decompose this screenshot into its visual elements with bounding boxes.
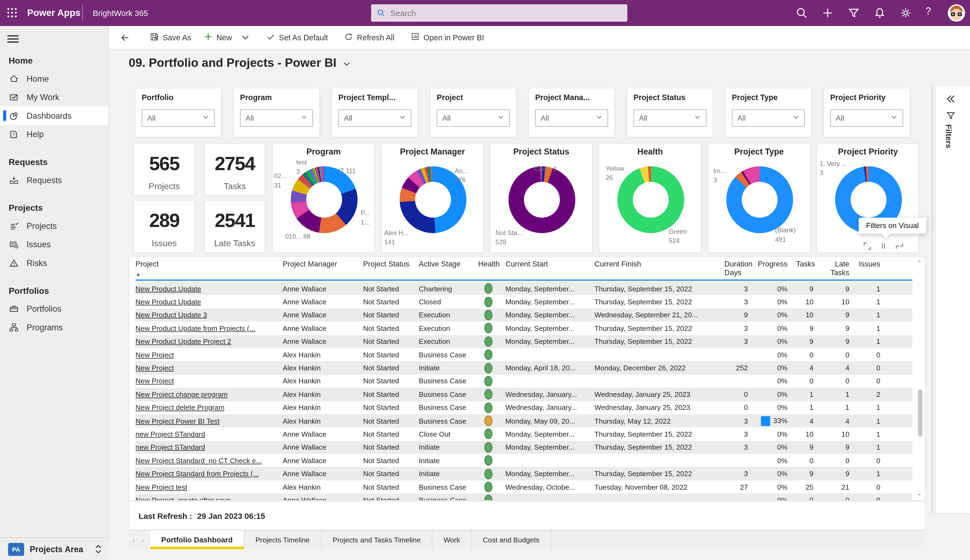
plus-icon[interactable] bbox=[821, 7, 834, 19]
table-scroll-up-icon[interactable]: ⌃ bbox=[917, 260, 922, 266]
cell-project[interactable]: New Project change program bbox=[135, 391, 283, 398]
column-header-late-tasks[interactable]: Late Tasks bbox=[822, 260, 858, 280]
new-dropdown-chevron-icon[interactable] bbox=[240, 33, 250, 42]
waffle-menu-icon[interactable] bbox=[7, 8, 17, 18]
notifications-bell-icon[interactable] bbox=[873, 7, 886, 19]
tab-portfolio-dashboard[interactable]: Portfolio Dashboard bbox=[150, 530, 244, 549]
cell-project[interactable]: New Product Update from Projects (... bbox=[135, 325, 283, 332]
table-row[interactable]: New Product Update Project 2Anne Wallace… bbox=[135, 335, 913, 348]
cell-project[interactable]: New Product Update bbox=[135, 298, 283, 305]
table-row[interactable]: New Project Standard from Projects (...A… bbox=[135, 467, 913, 480]
table-row[interactable]: New Project change programAlex HankinNot… bbox=[135, 388, 913, 401]
table-row[interactable]: New Product Update from Projects (...Ann… bbox=[135, 322, 913, 335]
cell-project[interactable]: New Project bbox=[135, 364, 283, 372]
sidebar-item-issues[interactable]: Issues bbox=[0, 235, 108, 254]
cell-project[interactable]: New Project Standard from Projects (... bbox=[135, 470, 283, 477]
sidebar-item-programs[interactable]: Programs bbox=[0, 318, 108, 337]
table-row[interactable]: New ProjectAlex HankinNot StartedInitiat… bbox=[135, 362, 913, 375]
tabs-prev-icon[interactable]: ‹ bbox=[132, 535, 135, 544]
title-chevron-down-icon[interactable] bbox=[343, 60, 351, 68]
cell-project[interactable]: New Project_create after save bbox=[135, 497, 283, 500]
sidebar-item-dashboards[interactable]: Dashboards bbox=[0, 106, 108, 125]
more-options-icon[interactable] bbox=[896, 242, 903, 250]
tabs-next-icon[interactable]: › bbox=[141, 535, 144, 544]
column-header-project[interactable]: Project bbox=[135, 260, 283, 280]
column-header-duration-days[interactable]: Duration Days bbox=[722, 260, 756, 280]
slicer-dropdown-program[interactable]: All bbox=[240, 110, 313, 127]
column-header-project-manager[interactable]: Project Manager bbox=[283, 260, 363, 280]
donut-health[interactable] bbox=[617, 167, 684, 233]
donut-project-status[interactable] bbox=[509, 167, 575, 233]
slicer-dropdown-project-mana[interactable]: All bbox=[535, 110, 608, 127]
table-row[interactable]: New Project Standard_no CT Check e...Ann… bbox=[135, 454, 913, 467]
user-avatar[interactable] bbox=[948, 4, 965, 22]
tab-work[interactable]: Work bbox=[432, 530, 472, 549]
slicer-dropdown-project[interactable]: All bbox=[437, 110, 510, 127]
column-header-current-finish[interactable]: Current Finish bbox=[594, 260, 722, 280]
table-row[interactable]: New Project Power BI TestAlex HankinNot … bbox=[135, 414, 913, 427]
cell-project[interactable]: new Project STandard bbox=[135, 444, 283, 451]
filter-icon[interactable] bbox=[847, 7, 860, 19]
table-row[interactable]: New Project delete ProgramAlex HankinNot… bbox=[135, 401, 913, 414]
column-header-active-stage[interactable]: Active Stage bbox=[419, 260, 478, 280]
filters-on-visual-icon[interactable] bbox=[880, 242, 887, 250]
cell-project[interactable]: New Product Update Project 2 bbox=[135, 338, 283, 345]
back-button[interactable] bbox=[116, 30, 132, 45]
cell-project[interactable]: New Project bbox=[135, 351, 283, 358]
column-header-project-status[interactable]: Project Status bbox=[363, 260, 419, 280]
table-row[interactable]: New Project_create after saveAnne Wallac… bbox=[135, 494, 913, 500]
focus-mode-icon[interactable] bbox=[864, 242, 871, 250]
tab-projects-and-tasks-timeline[interactable]: Projects and Tasks Timeline bbox=[322, 530, 432, 549]
refresh-all-button[interactable]: Refresh All bbox=[338, 28, 401, 47]
slicer-dropdown-project-status[interactable]: All bbox=[634, 110, 707, 127]
cell-project[interactable]: new Project STandard bbox=[135, 430, 283, 438]
cell-project[interactable]: New Project delete Program bbox=[135, 404, 283, 411]
column-header-progress[interactable]: Progress bbox=[756, 260, 796, 280]
table-row[interactable]: new Project STandardAnne WallaceNot Star… bbox=[135, 427, 913, 441]
table-row[interactable]: New Product UpdateAnne WallaceNot Starte… bbox=[135, 295, 913, 308]
hamburger-menu-icon[interactable] bbox=[6, 32, 20, 42]
table-row[interactable]: New ProjectAlex HankinNot StartedBusines… bbox=[135, 375, 913, 388]
sort-ascending-icon[interactable]: ▲ bbox=[136, 272, 140, 277]
sidebar-item-my-work[interactable]: My Work bbox=[0, 88, 108, 107]
cell-project[interactable]: New Product Update 3 bbox=[135, 312, 283, 319]
environment-area-switcher[interactable]: PA Projects Area bbox=[0, 537, 109, 560]
sidebar-item-help[interactable]: ?Help bbox=[0, 125, 108, 143]
slicer-dropdown-project-type[interactable]: All bbox=[732, 110, 805, 127]
open-in-power-bi-button[interactable]: Open in Power BI bbox=[404, 28, 491, 47]
table-row[interactable]: New Product Update 3Anne WallaceNot Star… bbox=[135, 308, 913, 322]
cell-project[interactable]: New Product Update bbox=[135, 285, 283, 292]
tab-cost-and-budgets[interactable]: Cost and Budgets bbox=[472, 530, 551, 549]
table-row[interactable]: New Project testAlex HankinNot StartedBu… bbox=[135, 480, 913, 494]
column-header-current-start[interactable]: Current Start bbox=[505, 260, 594, 280]
save-as-button[interactable]: Save As bbox=[144, 28, 197, 47]
set-as-default-button[interactable]: Set As Default bbox=[260, 28, 334, 47]
tab-projects-timeline[interactable]: Projects Timeline bbox=[244, 530, 322, 549]
help-question-icon[interactable]: ? bbox=[925, 6, 938, 18]
cell-project[interactable]: New Project Standard_no CT Check e... bbox=[135, 457, 283, 464]
table-row[interactable]: new Project STandardAnne WallaceNot Star… bbox=[135, 441, 913, 454]
donut-project-type[interactable] bbox=[726, 167, 793, 233]
table-scroll-down-icon[interactable]: ⌄ bbox=[917, 490, 922, 497]
cell-project[interactable]: New Project test bbox=[135, 483, 283, 490]
slicer-dropdown-project-priority[interactable]: All bbox=[830, 110, 903, 127]
column-header-tasks[interactable]: Tasks bbox=[796, 260, 822, 280]
slicer-dropdown-project-templ[interactable]: All bbox=[338, 110, 411, 127]
table-row[interactable]: New Product UpdateAnne WallaceNot Starte… bbox=[135, 282, 913, 295]
search-input[interactable] bbox=[389, 8, 622, 18]
cell-project[interactable]: New Project Power BI Test bbox=[135, 417, 283, 425]
table-row[interactable]: New ProjectAlex HankinNot StartedBusines… bbox=[135, 348, 913, 362]
column-header-health[interactable]: Health bbox=[478, 260, 506, 280]
cell-project[interactable]: New Project bbox=[135, 377, 283, 385]
header-search-icon[interactable] bbox=[795, 7, 808, 19]
sidebar-item-portfolios[interactable]: Portfolios bbox=[0, 299, 108, 318]
new-button[interactable]: New bbox=[197, 28, 256, 47]
sidebar-item-risks[interactable]: Risks bbox=[0, 253, 108, 272]
column-header-issues[interactable]: Issues bbox=[858, 260, 889, 280]
sidebar-item-projects[interactable]: Projects bbox=[0, 217, 108, 235]
settings-gear-icon[interactable] bbox=[899, 7, 912, 19]
table-scrollbar-thumb[interactable] bbox=[918, 390, 922, 437]
global-search-box[interactable] bbox=[371, 4, 627, 22]
expand-filters-chevrons-icon[interactable] bbox=[945, 93, 957, 105]
slicer-dropdown-portfolio[interactable]: All bbox=[142, 110, 215, 127]
